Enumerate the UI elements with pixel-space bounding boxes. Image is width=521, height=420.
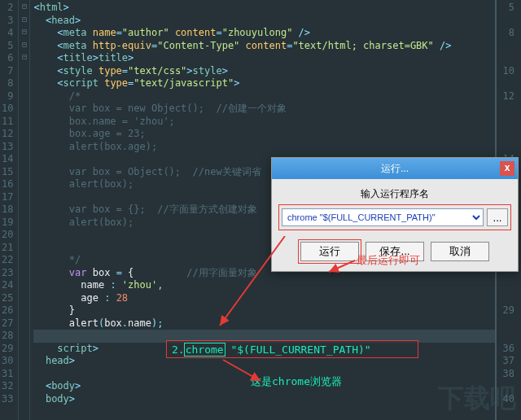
dialog-label: 输入运行程序名 xyxy=(282,187,508,201)
browse-button[interactable]: ... xyxy=(487,208,508,226)
line-number-gutter: 2345678910111213141516171819202122232425… xyxy=(0,0,19,420)
run-dialog: 运行... x 输入运行程序名 chrome "$(FULL_CURRENT_P… xyxy=(271,157,519,272)
save-button[interactable]: 保存... xyxy=(366,242,424,261)
cancel-button[interactable]: 取消 xyxy=(431,242,489,261)
fold-gutter[interactable]: ⊟⊟⊟⊟⊟ xyxy=(19,0,30,420)
command-input-row: chrome "$(FULL_CURRENT_PATH)" ... xyxy=(282,208,508,227)
dialog-title-text: 运行... xyxy=(381,162,409,176)
dialog-titlebar[interactable]: 运行... x xyxy=(272,158,518,179)
dialog-body: 输入运行程序名 chrome "$(FULL_CURRENT_PATH)" ..… xyxy=(272,179,518,271)
run-button[interactable]: 运行 xyxy=(300,242,359,261)
dialog-buttons: 运行 保存... 取消 xyxy=(282,242,508,261)
close-icon[interactable]: x xyxy=(500,161,514,176)
command-select[interactable]: chrome "$(FULL_CURRENT_PATH)" xyxy=(282,208,484,226)
